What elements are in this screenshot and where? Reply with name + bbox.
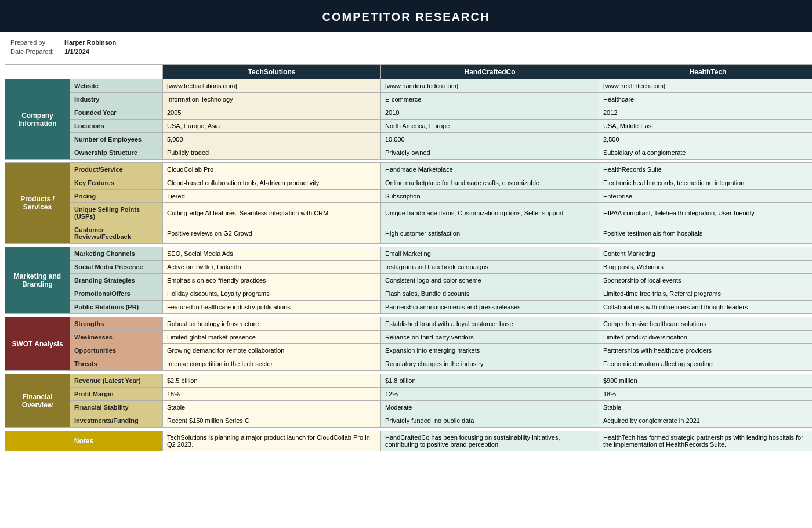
company-c3-5: Subsidiary of a conglomerate xyxy=(599,146,813,160)
company-c1-4: 5,000 xyxy=(163,133,381,146)
financial-row-3: Investments/FundingRecent $150 million S… xyxy=(5,414,813,428)
company-row-0: Company InformationWebsite[www.techsolut… xyxy=(5,79,813,93)
marketing-sub-3: Promotions/Offers xyxy=(70,287,163,301)
products-c1-2: Tiered xyxy=(163,190,381,203)
company-category: Company Information xyxy=(5,79,70,160)
company-row-2: Founded Year200520102012 xyxy=(5,106,813,120)
marketing-c3-1: Blog posts, Webinars xyxy=(599,261,813,274)
financial-c3-0: $900 million xyxy=(599,374,813,388)
swot-sub-1: Weaknesses xyxy=(70,331,163,344)
date-label: Date Prepared: xyxy=(10,48,63,55)
financial-row-2: Financial StabilityStableModerateStable xyxy=(5,401,813,414)
company-c2-0: [www.handcraftedco.com] xyxy=(381,79,599,93)
products-c2-0: Handmade Marketplace xyxy=(381,163,599,176)
marketing-c2-4: Partnership announcements and press rele… xyxy=(381,301,599,314)
marketing-c3-2: Sponsorship of local events xyxy=(599,274,813,287)
marketing-row-1: Social Media PresenceActive on Twitter, … xyxy=(5,261,813,274)
company-sub-2: Founded Year xyxy=(70,106,163,120)
company-c1-3: USA, Europe, Asia xyxy=(163,120,381,133)
financial-row-0: Financial OverviewRevenue (Latest Year)$… xyxy=(5,374,813,388)
notes-c1: TechSolutions is planning a major produc… xyxy=(163,431,381,451)
products-c3-0: HealthRecords Suite xyxy=(599,163,813,176)
products-c3-1: Electronic health records, telemedicine … xyxy=(599,176,813,190)
products-sub-2: Pricing xyxy=(70,190,163,203)
company-c3-2: 2012 xyxy=(599,106,813,120)
notes-c2: HandCraftedCo has been focusing on susta… xyxy=(381,431,599,451)
company-sub-3: Locations xyxy=(70,120,163,133)
swot-c1-1: Limited global market presence xyxy=(163,331,381,344)
swot-c1-3: Intense competition in the tech sector xyxy=(163,357,381,371)
notes-category: Notes xyxy=(5,431,163,451)
financial-sub-0: Revenue (Latest Year) xyxy=(70,374,163,388)
marketing-sub-4: Public Relations (PR) xyxy=(70,301,163,314)
company-c2-2: 2010 xyxy=(381,106,599,120)
products-c1-1: Cloud-based collaboration tools, AI-driv… xyxy=(163,176,381,190)
empty-header-2 xyxy=(70,65,163,79)
marketing-category: Marketing and Branding xyxy=(5,247,70,314)
marketing-c3-3: Limited-time free trials, Referral progr… xyxy=(599,287,813,301)
col2-header: HandCraftedCo xyxy=(381,65,599,79)
notes-c3: HealthTech has formed strategic partners… xyxy=(599,431,813,451)
financial-c2-2: Moderate xyxy=(381,401,599,414)
financial-c1-1: 15% xyxy=(163,388,381,401)
products-c1-0: CloudCollab Pro xyxy=(163,163,381,176)
products-sub-1: Key Features xyxy=(70,176,163,190)
col3-header: HealthTech xyxy=(599,65,813,79)
marketing-c1-0: SEO, Social Media Ads xyxy=(163,247,381,261)
company-row-1: IndustryInformation TechnologyE-commerce… xyxy=(5,93,813,106)
company-c3-0: [www.healthtech.com] xyxy=(599,79,813,93)
swot-sub-0: Strengths xyxy=(70,317,163,331)
financial-sub-2: Financial Stability xyxy=(70,401,163,414)
swot-c2-2: Expansion into emerging markets xyxy=(381,344,599,357)
products-sub-0: Product/Service xyxy=(70,163,163,176)
products-c2-4: High customer satisfaction xyxy=(381,223,599,244)
financial-row-1: Profit Margin15%12%18% xyxy=(5,388,813,401)
company-c1-5: Publicly traded xyxy=(163,146,381,160)
financial-c2-1: 12% xyxy=(381,388,599,401)
company-c2-5: Privately owned xyxy=(381,146,599,160)
prepared-by-row: Prepared by: Harper Robinson xyxy=(10,39,802,46)
products-c3-4: Positive testimonials from hospitals xyxy=(599,223,813,244)
marketing-sub-0: Marketing Channels xyxy=(70,247,163,261)
swot-row-1: WeaknessesLimited global market presence… xyxy=(5,331,813,344)
marketing-c1-3: Holiday discounts, Loyalty programs xyxy=(163,287,381,301)
financial-sub-3: Investments/Funding xyxy=(70,414,163,428)
financial-c1-0: $2.5 billion xyxy=(163,374,381,388)
products-c2-2: Subscription xyxy=(381,190,599,203)
company-c2-1: E-commerce xyxy=(381,93,599,106)
table-wrapper: TechSolutions HandCraftedCo HealthTech C… xyxy=(0,64,812,461)
products-sub-4: Customer Reviews/Feedback xyxy=(70,223,163,244)
swot-c2-0: Established brand with a loyal customer … xyxy=(381,317,599,331)
swot-c1-2: Growing demand for remote collaboration xyxy=(163,344,381,357)
swot-category: SWOT Analysis xyxy=(5,317,70,371)
marketing-c1-4: Featured in healthcare industry publicat… xyxy=(163,301,381,314)
swot-c3-1: Limited product diversification xyxy=(599,331,813,344)
company-sub-5: Ownership Structure xyxy=(70,146,163,160)
company-c3-4: 2,500 xyxy=(599,133,813,146)
marketing-row-3: Promotions/OffersHoliday discounts, Loya… xyxy=(5,287,813,301)
financial-c1-3: Recent $150 million Series C xyxy=(163,414,381,428)
marketing-sub-1: Social Media Presence xyxy=(70,261,163,274)
company-row-3: LocationsUSA, Europe, AsiaNorth America,… xyxy=(5,120,813,133)
company-row-5: Ownership StructurePublicly tradedPrivat… xyxy=(5,146,813,160)
company-sub-4: Number of Employees xyxy=(70,133,163,146)
swot-c2-1: Reliance on third-party vendors xyxy=(381,331,599,344)
company-c3-1: Healthcare xyxy=(599,93,813,106)
swot-c1-0: Robust technology infrastructure xyxy=(163,317,381,331)
company-sub-0: Website xyxy=(70,79,163,93)
financial-sub-1: Profit Margin xyxy=(70,388,163,401)
page-header: COMPETITOR RESEARCH xyxy=(0,0,812,32)
marketing-c2-0: Email Marketing xyxy=(381,247,599,261)
products-row-3: Unique Selling Points (USPs)Cutting-edge… xyxy=(5,203,813,223)
swot-c3-2: Partnerships with healthcare providers xyxy=(599,344,813,357)
marketing-c1-1: Active on Twitter, LinkedIn xyxy=(163,261,381,274)
marketing-row-2: Branding StrategiesEmphasis on eco-frien… xyxy=(5,274,813,287)
prepared-by-label: Prepared by: xyxy=(10,39,63,46)
products-c3-2: Enterprise xyxy=(599,190,813,203)
swot-row-0: SWOT AnalysisStrengthsRobust technology … xyxy=(5,317,813,331)
products-sub-3: Unique Selling Points (USPs) xyxy=(70,203,163,223)
marketing-c2-2: Consistent logo and color scheme xyxy=(381,274,599,287)
company-c1-2: 2005 xyxy=(163,106,381,120)
swot-sub-2: Opportunities xyxy=(70,344,163,357)
marketing-c3-0: Content Marketing xyxy=(599,247,813,261)
